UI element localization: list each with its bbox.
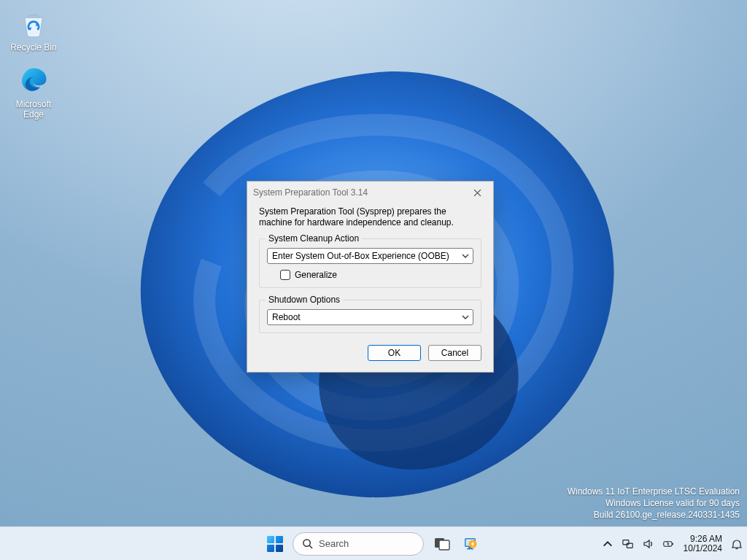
- cancel-button[interactable]: Cancel: [428, 345, 481, 361]
- taskbar: Search: [0, 526, 747, 560]
- recycle-bin-icon: [17, 7, 50, 41]
- desktop-icon-recycle-bin[interactable]: Recycle Bin: [6, 7, 61, 52]
- ok-button[interactable]: OK: [368, 345, 421, 361]
- battery-plugged-icon: [663, 538, 675, 550]
- svg-rect-2: [439, 540, 449, 550]
- start-button[interactable]: [265, 534, 285, 554]
- svg-rect-8: [622, 540, 628, 544]
- checkbox-label: Generalize: [295, 270, 337, 280]
- edge-icon: [17, 64, 50, 98]
- taskbar-app-sysprep[interactable]: [460, 533, 482, 555]
- watermark-line: Windows 11 IoT Enterprise LTSC Evaluatio…: [568, 486, 740, 497]
- svg-rect-9: [627, 543, 632, 548]
- checkbox-box: [280, 270, 290, 280]
- select-value: Reboot: [272, 312, 301, 322]
- svg-rect-6: [467, 548, 473, 550]
- network-icon: [622, 538, 634, 550]
- dialog-title: System Preparation Tool 3.14: [253, 187, 368, 198]
- chevron-down-icon: [462, 313, 469, 323]
- generalize-checkbox[interactable]: Generalize: [280, 270, 473, 280]
- group-system-cleanup: System Cleanup Action Enter System Out-o…: [259, 238, 481, 288]
- desktop-icon-label: Recycle Bin: [6, 42, 61, 52]
- svg-point-0: [303, 540, 310, 546]
- clock-time: 9:26 AM: [684, 534, 722, 544]
- tray-notifications[interactable]: [731, 538, 743, 550]
- svg-rect-11: [672, 542, 673, 544]
- watermark-line: Windows License valid for 90 days: [568, 497, 740, 509]
- chevron-down-icon: [462, 252, 469, 262]
- taskview-icon: [434, 537, 450, 551]
- desktop-icon-label: Microsoft Edge: [6, 99, 61, 120]
- tray-network[interactable]: [622, 538, 634, 550]
- sysprep-app-icon: [462, 535, 480, 553]
- watermark: Windows 11 IoT Enterprise LTSC Evaluatio…: [568, 486, 740, 521]
- dialog-titlebar[interactable]: System Preparation Tool 3.14: [247, 182, 493, 203]
- taskbar-taskview[interactable]: [431, 533, 453, 555]
- close-button[interactable]: [467, 184, 487, 201]
- group-legend: Shutdown Options: [266, 295, 343, 305]
- group-legend: System Cleanup Action: [266, 233, 362, 244]
- desktop-icon-edge[interactable]: Microsoft Edge: [6, 64, 61, 120]
- bell-icon: [731, 538, 743, 550]
- search-placeholder: Search: [319, 538, 349, 549]
- chevron-up-icon: [602, 538, 614, 550]
- group-shutdown-options: Shutdown Options Reboot: [259, 300, 481, 333]
- taskbar-search[interactable]: Search: [293, 532, 424, 556]
- clock-date: 10/1/2024: [684, 544, 722, 553]
- cleanup-action-select[interactable]: Enter System Out-of-Box Experience (OOBE…: [267, 248, 473, 264]
- dialog-description: System Preparation Tool (Sysprep) prepar…: [259, 206, 481, 228]
- taskbar-clock[interactable]: 9:26 AM 10/1/2024: [684, 534, 722, 553]
- watermark-line: Build 26100.ge_release.240331-1435: [568, 509, 740, 521]
- select-value: Enter System Out-of-Box Experience (OOBE…: [272, 251, 449, 261]
- tray-overflow[interactable]: [602, 538, 614, 550]
- search-icon: [302, 538, 313, 549]
- sysprep-dialog: System Preparation Tool 3.14 System Prep…: [247, 181, 494, 373]
- volume-icon: [643, 538, 654, 550]
- tray-volume[interactable]: [643, 538, 654, 550]
- shutdown-option-select[interactable]: Reboot: [267, 309, 473, 325]
- close-icon: [473, 189, 481, 197]
- tray-battery[interactable]: [663, 538, 675, 550]
